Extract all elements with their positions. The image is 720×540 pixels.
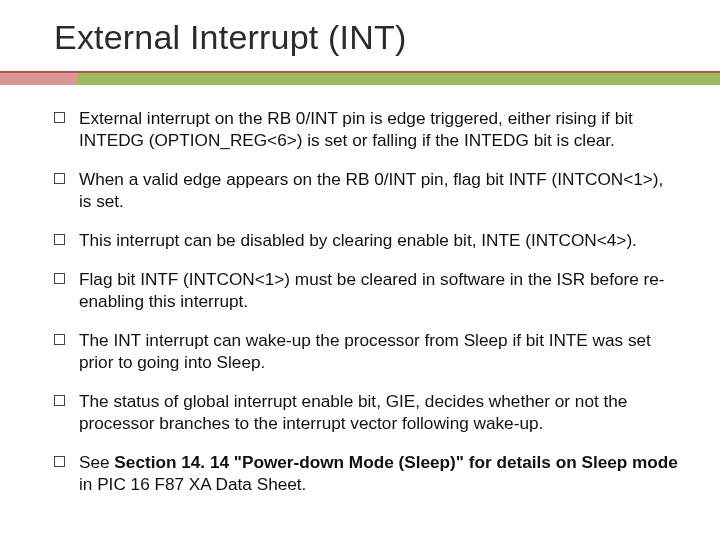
bullet-text: This interrupt can be disabled by cleari…	[79, 229, 680, 251]
square-bullet-icon	[54, 334, 65, 345]
square-bullet-icon	[54, 456, 65, 467]
list-item: See Section 14. 14 "Power-down Mode (Sle…	[54, 451, 680, 495]
list-item: The INT interrupt can wake-up the proces…	[54, 329, 680, 373]
list-item: This interrupt can be disabled by cleari…	[54, 229, 680, 251]
list-item: The status of global interrupt enable bi…	[54, 390, 680, 434]
bullet-text: The INT interrupt can wake-up the proces…	[79, 329, 680, 373]
square-bullet-icon	[54, 234, 65, 245]
divider	[0, 71, 720, 85]
slide: External Interrupt (INT) External interr…	[0, 0, 720, 540]
list-item: External interrupt on the RB 0/INT pin i…	[54, 107, 680, 151]
bullet-text: The status of global interrupt enable bi…	[79, 390, 680, 434]
bullet-text: External interrupt on the RB 0/INT pin i…	[79, 107, 680, 151]
list-item: When a valid edge appears on the RB 0/IN…	[54, 168, 680, 212]
bullet-text: See Section 14. 14 "Power-down Mode (Sle…	[79, 451, 680, 495]
square-bullet-icon	[54, 112, 65, 123]
square-bullet-icon	[54, 273, 65, 284]
bullet-text: When a valid edge appears on the RB 0/IN…	[79, 168, 680, 212]
list-item: Flag bit INTF (INTCON<1>) must be cleare…	[54, 268, 680, 312]
page-title: External Interrupt (INT)	[54, 18, 680, 57]
square-bullet-icon	[54, 395, 65, 406]
bullet-list: External interrupt on the RB 0/INT pin i…	[54, 107, 680, 495]
bullet-text: Flag bit INTF (INTCON<1>) must be cleare…	[79, 268, 680, 312]
square-bullet-icon	[54, 173, 65, 184]
